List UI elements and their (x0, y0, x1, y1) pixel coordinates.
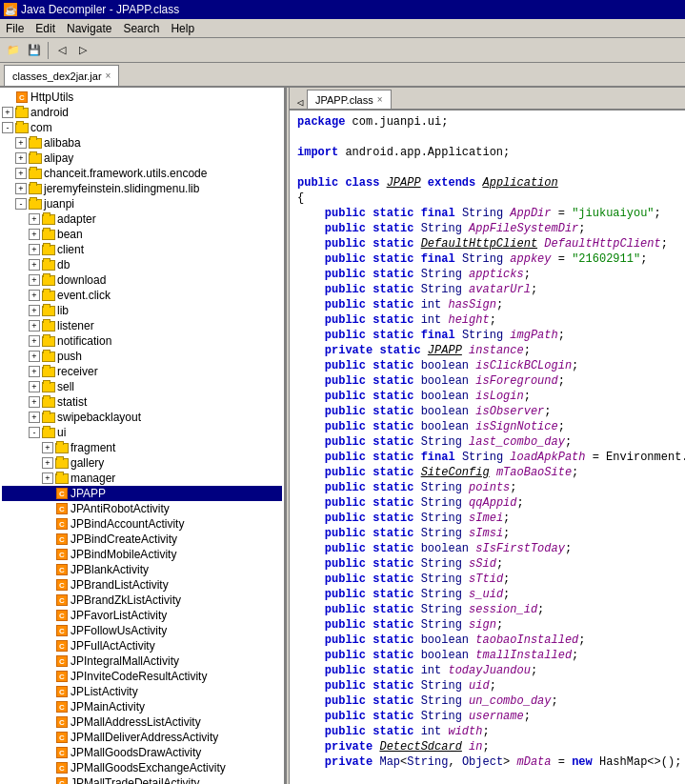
tree-item-JPBlankActivity[interactable]: CJPBlankActivity (2, 562, 282, 577)
tree-label-com: com (30, 121, 52, 134)
tree-item-receiver[interactable]: +receiver (2, 364, 282, 379)
tree-toggle-download[interactable]: + (29, 274, 40, 286)
tree-item-adapter[interactable]: +adapter (2, 211, 282, 227)
folder-icon (15, 121, 29, 134)
tree-item-bean[interactable]: +bean (2, 227, 282, 242)
tree-toggle-adapter[interactable]: + (29, 213, 40, 225)
tree-item-JPBindAccountActivity[interactable]: CJPBindAccountActivity (2, 516, 282, 532)
folder-icon (55, 441, 69, 454)
tree-item-JPMallTradeDetailActivity[interactable]: CJPMallTradeDetailActivity (2, 775, 282, 784)
tree-item-juanpi[interactable]: -juanpi (2, 196, 282, 211)
tree-item-statist[interactable]: +statist (2, 394, 282, 410)
tree-toggle-statist[interactable]: + (29, 396, 40, 408)
menu-file[interactable]: File (0, 21, 30, 36)
code-tab-jpapp[interactable]: JPAPP.class × (307, 90, 392, 109)
tree-toggle-listener[interactable]: + (29, 320, 40, 332)
tree-toggle-client[interactable]: + (29, 244, 40, 255)
tree-toggle-bean[interactable]: + (29, 229, 40, 240)
menu-help[interactable]: Help (165, 21, 200, 36)
toolbar-btn-2[interactable]: 💾 (25, 41, 44, 60)
code-tab-close[interactable]: × (377, 94, 383, 105)
file-tab-label: classes_dex2jar.jar (12, 70, 102, 82)
tree-item-listener[interactable]: +listener (2, 318, 282, 333)
tree-item-gallery[interactable]: +gallery (2, 455, 282, 471)
tree-toggle-alibaba[interactable]: + (15, 137, 27, 149)
tree-item-JPIntegralMallActivity[interactable]: CJPIntegralMallActivity (2, 653, 282, 669)
tree-toggle-notification[interactable]: + (29, 335, 40, 347)
menu-search[interactable]: Search (117, 21, 165, 36)
tree-item-JPMallDeliverAddressActivity[interactable]: CJPMallDeliverAddressActivity (2, 730, 282, 745)
tree-toggle-swipebacklayout[interactable]: + (29, 412, 40, 423)
tree-toggle-jeremyfeinstein[interactable]: + (15, 183, 27, 194)
tree-toggle-alipay[interactable]: + (15, 152, 27, 164)
tree-item-JPBindCreateActivity[interactable]: CJPBindCreateActivity (2, 532, 282, 547)
tree-item-JPListActivity[interactable]: CJPListActivity (2, 684, 282, 699)
tree-item-JPMainActivity[interactable]: CJPMainActivity (2, 699, 282, 714)
tree-item-ui[interactable]: -ui (2, 425, 282, 440)
tree-item-jeremyfeinstein[interactable]: +jeremyfeinstein.slidingmenu.lib (2, 181, 282, 196)
tree-toggle-fragment[interactable]: + (42, 442, 53, 453)
tree-toggle-receiver[interactable]: + (29, 366, 40, 377)
tree-item-JPAntiRobotActivity[interactable]: CJPAntiRobotActivity (2, 501, 282, 516)
tree-label-statist: statist (57, 395, 87, 409)
tree-toggle-ui[interactable]: - (29, 427, 40, 438)
tree-item-httputils[interactable]: CHttpUtils (2, 90, 282, 105)
tree-item-android[interactable]: +android (2, 105, 282, 120)
tree-toggle-sell[interactable]: + (29, 381, 40, 392)
folder-icon (29, 167, 42, 180)
tree-item-event_click[interactable]: +event.click (2, 288, 282, 303)
toolbar-btn-1[interactable]: 📁 (4, 41, 23, 60)
tree-toggle-gallery[interactable]: + (42, 457, 53, 469)
file-tab[interactable]: classes_dex2jar.jar × (4, 65, 119, 86)
tree-toggle-android[interactable]: + (2, 107, 13, 118)
tree-item-com[interactable]: -com (2, 120, 282, 135)
tree-item-manager[interactable]: +manager (2, 471, 282, 486)
tree-item-JPBindMobileActivity[interactable]: CJPBindMobileActivity (2, 547, 282, 562)
tree-toggle-manager[interactable]: + (42, 472, 53, 484)
tree-item-JPInviteCodeResultActivity[interactable]: CJPInviteCodeResultActivity (2, 669, 282, 684)
tree-label-lib: lib (57, 304, 69, 317)
tree-toggle-com[interactable]: - (2, 122, 13, 133)
class-icon: C (55, 746, 69, 759)
tree-toggle-push[interactable]: + (29, 351, 40, 362)
tree-item-db[interactable]: +db (2, 257, 282, 272)
menu-edit[interactable]: Edit (30, 21, 61, 36)
tree-label-notification: notification (57, 334, 111, 348)
tree-toggle-db[interactable]: + (29, 259, 40, 271)
tree-item-JPAPP[interactable]: CJPAPP (2, 486, 282, 501)
tree-item-push[interactable]: +push (2, 349, 282, 364)
tree-item-JPBrandZkListActivity[interactable]: CJPBrandZkListActivity (2, 593, 282, 608)
tree-toggle-event_click[interactable]: + (29, 290, 40, 301)
tree-label-listener: listener (57, 319, 94, 332)
tree-item-sell[interactable]: +sell (2, 379, 282, 394)
toolbar-btn-back[interactable]: ◁ (52, 41, 71, 60)
menu-bar: File Edit Navigate Search Help (0, 19, 685, 38)
folder-icon (42, 350, 55, 363)
tree-toggle-juanpi[interactable]: - (15, 198, 27, 210)
tree-item-alipay[interactable]: +alipay (2, 151, 282, 166)
tree-item-download[interactable]: +download (2, 272, 282, 288)
tree-item-JPMallGoodsDrawActivity[interactable]: CJPMallGoodsDrawActivity (2, 745, 282, 760)
tree-item-chanceit[interactable]: +chanceit.framework.utils.encode (2, 166, 282, 181)
toolbar-btn-forward[interactable]: ▷ (73, 41, 92, 60)
file-tab-close[interactable]: × (106, 70, 111, 81)
tree-item-lib[interactable]: +lib (2, 303, 282, 318)
tree-item-JPFavorListActivity[interactable]: CJPFavorListActivity (2, 608, 282, 623)
tree-item-fragment[interactable]: +fragment (2, 440, 282, 455)
tree-item-client[interactable]: +client (2, 242, 282, 257)
main-content: CHttpUtils+android-com+alibaba+alipay+ch… (0, 88, 685, 784)
right-panel: ◁ JPAPP.class × package com.juanpi.ui; i… (290, 88, 685, 784)
tree-item-JPFollowUsActivity[interactable]: CJPFollowUsActivity (2, 623, 282, 638)
tree-item-swipebacklayout[interactable]: +swipebacklayout (2, 410, 282, 425)
tree-item-JPMallAddressListActivity[interactable]: CJPMallAddressListActivity (2, 714, 282, 730)
tree-toggle-lib[interactable]: + (29, 305, 40, 316)
nav-back-arrow[interactable]: ◁ (293, 95, 307, 109)
tree-item-notification[interactable]: +notification (2, 333, 282, 349)
code-area[interactable]: package com.juanpi.ui; import android.ap… (290, 111, 685, 784)
menu-navigate[interactable]: Navigate (61, 21, 117, 36)
tree-item-alibaba[interactable]: +alibaba (2, 135, 282, 151)
tree-item-JPBrandListActivity[interactable]: CJPBrandListActivity (2, 577, 282, 593)
tree-item-JPMallGoodsExchangeActivity[interactable]: CJPMallGoodsExchangeActivity (2, 760, 282, 775)
tree-item-JPFullActActivity[interactable]: CJPFullActActivity (2, 638, 282, 653)
tree-toggle-chanceit[interactable]: + (15, 168, 27, 179)
